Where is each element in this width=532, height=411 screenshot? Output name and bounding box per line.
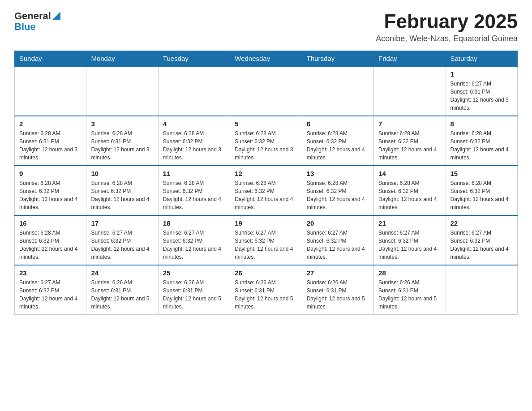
day-info: Sunrise: 6:27 AMSunset: 6:32 PMDaylight:… (19, 278, 82, 311)
calendar-cell: 3Sunrise: 6:28 AMSunset: 6:31 PMDaylight… (86, 116, 158, 166)
day-number: 10 (91, 170, 153, 177)
day-info: Sunrise: 6:27 AMSunset: 6:32 PMDaylight:… (163, 229, 225, 261)
calendar-week-row: 1Sunrise: 6:27 AMSunset: 6:31 PMDaylight… (15, 66, 518, 116)
day-number: 6 (307, 120, 369, 128)
calendar-cell: 2Sunrise: 6:28 AMSunset: 6:31 PMDaylight… (15, 116, 86, 166)
calendar-cell (158, 66, 230, 116)
day-number: 11 (163, 170, 225, 177)
day-info: Sunrise: 6:28 AMSunset: 6:32 PMDaylight:… (450, 129, 513, 162)
calendar-week-row: 2Sunrise: 6:28 AMSunset: 6:31 PMDaylight… (15, 116, 518, 166)
calendar-title: February 2025 (376, 11, 518, 32)
calendar-cell: 12Sunrise: 6:28 AMSunset: 6:32 PMDayligh… (230, 166, 302, 215)
day-number: 8 (450, 120, 513, 128)
calendar-week-row: 16Sunrise: 6:28 AMSunset: 6:32 PMDayligh… (15, 215, 518, 265)
calendar-cell: 27Sunrise: 6:26 AMSunset: 6:31 PMDayligh… (302, 265, 373, 315)
calendar-cell: 8Sunrise: 6:28 AMSunset: 6:32 PMDaylight… (446, 116, 517, 166)
day-number: 16 (19, 219, 82, 227)
day-info: Sunrise: 6:28 AMSunset: 6:31 PMDaylight:… (19, 129, 82, 162)
calendar-cell (230, 66, 302, 116)
day-number: 1 (450, 70, 513, 78)
day-info: Sunrise: 6:26 AMSunset: 6:31 PMDaylight:… (91, 278, 153, 311)
day-info: Sunrise: 6:28 AMSunset: 6:32 PMDaylight:… (378, 179, 441, 211)
day-number: 4 (163, 120, 225, 128)
calendar-cell: 19Sunrise: 6:27 AMSunset: 6:32 PMDayligh… (230, 215, 302, 265)
day-number: 24 (91, 269, 153, 277)
calendar-cell: 18Sunrise: 6:27 AMSunset: 6:32 PMDayligh… (158, 215, 230, 265)
calendar-cell: 14Sunrise: 6:28 AMSunset: 6:32 PMDayligh… (374, 166, 446, 215)
calendar-cell: 28Sunrise: 6:26 AMSunset: 6:31 PMDayligh… (374, 265, 446, 315)
day-number: 21 (378, 219, 441, 227)
day-info: Sunrise: 6:26 AMSunset: 6:31 PMDaylight:… (235, 278, 297, 311)
calendar-cell: 10Sunrise: 6:28 AMSunset: 6:32 PMDayligh… (86, 166, 158, 215)
calendar-cell: 22Sunrise: 6:27 AMSunset: 6:32 PMDayligh… (446, 215, 517, 265)
calendar-cell: 9Sunrise: 6:28 AMSunset: 6:32 PMDaylight… (15, 166, 86, 215)
calendar-cell: 23Sunrise: 6:27 AMSunset: 6:32 PMDayligh… (15, 265, 86, 315)
weekday-header-wednesday: Wednesday (230, 51, 302, 67)
weekday-header-saturday: Saturday (446, 51, 517, 67)
weekday-header-thursday: Thursday (302, 51, 373, 67)
logo: General Blue (14, 11, 60, 32)
day-info: Sunrise: 6:28 AMSunset: 6:32 PMDaylight:… (235, 129, 297, 162)
calendar-cell: 4Sunrise: 6:28 AMSunset: 6:32 PMDaylight… (158, 116, 230, 166)
calendar-cell (374, 66, 446, 116)
calendar-subtitle: Aconibe, Wele-Nzas, Equatorial Guinea (376, 34, 518, 43)
day-info: Sunrise: 6:28 AMSunset: 6:32 PMDaylight:… (378, 129, 441, 162)
title-block: February 2025 Aconibe, Wele-Nzas, Equato… (376, 11, 518, 43)
weekday-header-monday: Monday (86, 51, 158, 67)
day-number: 25 (163, 269, 225, 277)
day-number: 13 (307, 170, 369, 177)
day-number: 26 (235, 269, 297, 277)
calendar-cell: 1Sunrise: 6:27 AMSunset: 6:31 PMDaylight… (446, 66, 517, 116)
calendar-table: SundayMondayTuesdayWednesdayThursdayFrid… (14, 51, 518, 315)
weekday-header-friday: Friday (374, 51, 446, 67)
day-info: Sunrise: 6:28 AMSunset: 6:32 PMDaylight:… (19, 229, 82, 261)
day-number: 27 (307, 269, 369, 277)
day-number: 23 (19, 269, 82, 277)
calendar-cell: 16Sunrise: 6:28 AMSunset: 6:32 PMDayligh… (15, 215, 86, 265)
weekday-header-row: SundayMondayTuesdayWednesdayThursdayFrid… (15, 51, 518, 67)
day-info: Sunrise: 6:27 AMSunset: 6:32 PMDaylight:… (91, 229, 153, 261)
day-info: Sunrise: 6:28 AMSunset: 6:32 PMDaylight:… (163, 179, 225, 211)
svg-marker-0 (52, 12, 60, 20)
calendar-cell: 25Sunrise: 6:26 AMSunset: 6:31 PMDayligh… (158, 265, 230, 315)
day-info: Sunrise: 6:28 AMSunset: 6:32 PMDaylight:… (91, 179, 153, 211)
day-info: Sunrise: 6:27 AMSunset: 6:32 PMDaylight:… (378, 229, 441, 261)
calendar-cell: 20Sunrise: 6:27 AMSunset: 6:32 PMDayligh… (302, 215, 373, 265)
logo-blue-text: Blue (14, 21, 60, 32)
day-number: 12 (235, 170, 297, 177)
day-info: Sunrise: 6:28 AMSunset: 6:32 PMDaylight:… (235, 179, 297, 211)
day-number: 9 (19, 170, 82, 177)
day-info: Sunrise: 6:28 AMSunset: 6:32 PMDaylight:… (307, 179, 369, 211)
day-number: 17 (91, 219, 153, 227)
day-number: 22 (450, 219, 513, 227)
day-number: 5 (235, 120, 297, 128)
calendar-cell: 6Sunrise: 6:28 AMSunset: 6:32 PMDaylight… (302, 116, 373, 166)
day-number: 14 (378, 170, 441, 177)
day-info: Sunrise: 6:27 AMSunset: 6:31 PMDaylight:… (450, 80, 513, 112)
day-number: 19 (235, 219, 297, 227)
calendar-week-row: 9Sunrise: 6:28 AMSunset: 6:32 PMDaylight… (15, 166, 518, 215)
calendar-cell: 24Sunrise: 6:26 AMSunset: 6:31 PMDayligh… (86, 265, 158, 315)
calendar-cell (446, 265, 517, 315)
calendar-cell: 17Sunrise: 6:27 AMSunset: 6:32 PMDayligh… (86, 215, 158, 265)
weekday-header-sunday: Sunday (15, 51, 86, 67)
day-number: 2 (19, 120, 82, 128)
logo-arrow-icon (52, 12, 60, 20)
calendar-cell: 5Sunrise: 6:28 AMSunset: 6:32 PMDaylight… (230, 116, 302, 166)
day-info: Sunrise: 6:26 AMSunset: 6:31 PMDaylight:… (163, 278, 225, 311)
calendar-cell: 7Sunrise: 6:28 AMSunset: 6:32 PMDaylight… (374, 116, 446, 166)
day-info: Sunrise: 6:27 AMSunset: 6:32 PMDaylight:… (235, 229, 297, 261)
day-info: Sunrise: 6:28 AMSunset: 6:32 PMDaylight:… (19, 179, 82, 211)
calendar-cell: 11Sunrise: 6:28 AMSunset: 6:32 PMDayligh… (158, 166, 230, 215)
day-info: Sunrise: 6:27 AMSunset: 6:32 PMDaylight:… (307, 229, 369, 261)
day-info: Sunrise: 6:26 AMSunset: 6:31 PMDaylight:… (307, 278, 369, 311)
day-info: Sunrise: 6:28 AMSunset: 6:32 PMDaylight:… (307, 129, 369, 162)
calendar-cell: 15Sunrise: 6:28 AMSunset: 6:32 PMDayligh… (446, 166, 517, 215)
day-info: Sunrise: 6:28 AMSunset: 6:32 PMDaylight:… (163, 129, 225, 162)
day-info: Sunrise: 6:27 AMSunset: 6:32 PMDaylight:… (450, 229, 513, 261)
calendar-cell (15, 66, 86, 116)
day-number: 7 (378, 120, 441, 128)
logo-general-text: General (14, 11, 51, 21)
calendar-cell: 26Sunrise: 6:26 AMSunset: 6:31 PMDayligh… (230, 265, 302, 315)
calendar-cell (86, 66, 158, 116)
